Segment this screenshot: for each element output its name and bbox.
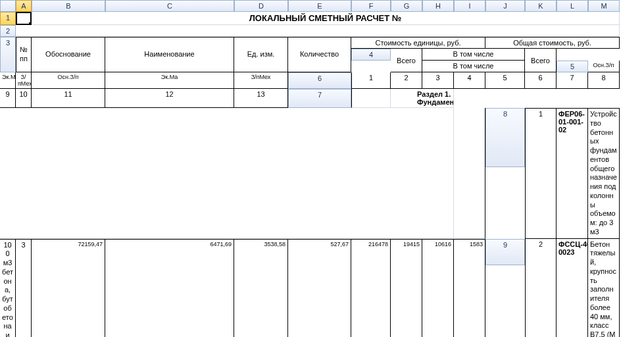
row-header-9[interactable]: 9 xyxy=(485,239,525,265)
th-basis: Обоснование xyxy=(32,37,105,72)
th-osn-2: Осн.З/п xyxy=(32,72,105,89)
col-header-M[interactable]: M xyxy=(588,0,620,12)
row-code: ФССЦ-401-0023 xyxy=(557,239,588,338)
colnum-2: 2 xyxy=(391,72,422,89)
th-zpmex-1: З/пМех xyxy=(16,72,32,89)
th-qty: Количество xyxy=(288,37,351,72)
spreadsheet-grid[interactable]: A B C D E F G H I J K L M 1 ЛОКАЛЬНЫЙ СМ… xyxy=(0,0,644,337)
col-header-B[interactable]: B xyxy=(32,0,105,12)
col-header-L[interactable]: L xyxy=(557,0,588,12)
row-header-5[interactable]: 5 xyxy=(557,61,588,72)
th-unit-cost: Стоимость единицы, руб. xyxy=(351,37,485,49)
row-name: Устройство бетонных фундаментов общего н… xyxy=(588,108,620,239)
section1-title: Раздел 1. Фундаменты xyxy=(391,89,454,108)
colnum-3: 3 xyxy=(422,72,454,89)
row-header-7[interactable]: 7 xyxy=(288,89,351,108)
col-header-J[interactable]: J xyxy=(485,0,525,12)
colnum-5: 5 xyxy=(485,72,525,89)
col-header-H[interactable]: H xyxy=(422,0,454,12)
colnum-11: 11 xyxy=(32,89,105,108)
colnum-9: 9 xyxy=(0,89,16,108)
col-header-C[interactable]: C xyxy=(105,0,234,12)
row-code: ФЕР06-01-001-02 xyxy=(557,108,588,239)
colnum-10: 10 xyxy=(16,89,32,108)
row-qty: 3 xyxy=(16,239,32,338)
colnum-1: 1 xyxy=(351,72,391,89)
colnum-8: 8 xyxy=(588,72,620,89)
th-total-cost: Общая стоимость, руб. xyxy=(485,37,620,49)
col-header-D[interactable]: D xyxy=(234,0,288,12)
col-header-G[interactable]: G xyxy=(391,0,422,12)
th-total-1: Всего xyxy=(391,49,422,72)
th-incl-2: В том числе xyxy=(422,61,525,72)
col-header-I[interactable]: I xyxy=(454,0,485,12)
th-num: № пп xyxy=(16,37,32,72)
spacer-row xyxy=(16,25,620,37)
row-header-2[interactable]: 2 xyxy=(0,25,16,37)
row-name: Бетон тяжелый, крупность заполнителя бол… xyxy=(588,239,620,338)
row-unit: 100 м3 бетона, бутобетона и железобетона… xyxy=(0,239,16,338)
col-header-F[interactable]: F xyxy=(351,0,391,12)
th-zpmex-2: З/пМех xyxy=(234,72,288,89)
th-name: Наименование xyxy=(105,37,234,72)
row-header-8[interactable]: 8 xyxy=(485,108,525,167)
th-ekma-1: Эк.Ма xyxy=(0,72,16,89)
th-incl-1: В том числе xyxy=(422,49,525,61)
section1-pad xyxy=(351,89,391,108)
th-unit: Ед. изм. xyxy=(234,37,288,72)
row-header-4[interactable]: 4 xyxy=(351,49,391,61)
select-all-corner[interactable] xyxy=(0,0,16,12)
col-header-A[interactable]: A xyxy=(16,0,32,12)
row-header-6[interactable]: 6 xyxy=(288,72,351,89)
colnum-6: 6 xyxy=(525,72,557,89)
col-header-K[interactable]: K xyxy=(525,0,557,12)
row-header-1[interactable]: 1 xyxy=(0,12,16,25)
active-cell-A1[interactable] xyxy=(16,12,32,25)
colnum-13: 13 xyxy=(234,89,288,108)
th-osn-1: Осн.З/п xyxy=(588,61,620,72)
table-row: 1 xyxy=(525,108,557,239)
col-header-E[interactable]: E xyxy=(288,0,351,12)
colnum-4: 4 xyxy=(454,72,485,89)
th-total-2: Всего xyxy=(525,49,557,72)
row-header-3[interactable]: 3 xyxy=(0,37,16,72)
document-title: ЛОКАЛЬНЫЙ СМЕТНЫЙ РАСЧЕТ № xyxy=(32,12,620,25)
colnum-7: 7 xyxy=(557,72,588,89)
table-row: 2 xyxy=(525,239,557,338)
th-ekma-2: Эк.Ма xyxy=(105,72,234,89)
colnum-12: 12 xyxy=(105,89,234,108)
